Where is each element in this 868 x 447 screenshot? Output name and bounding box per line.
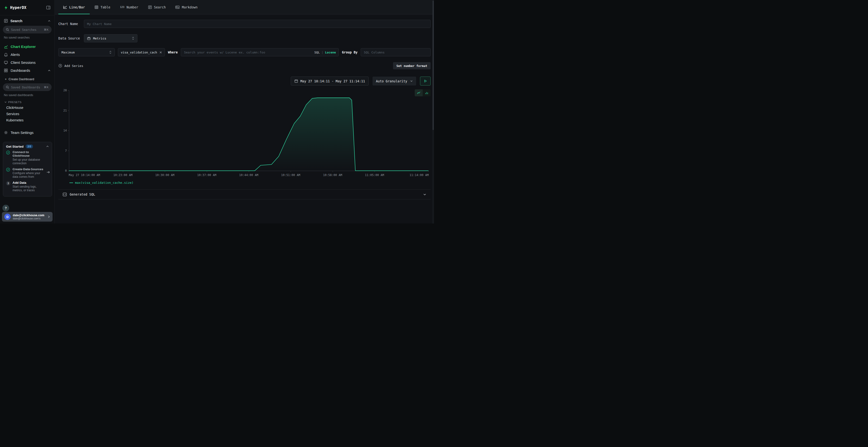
user-menu[interactable]: D dale@clickhouse.com dale@clickhouse.co…	[2, 212, 53, 221]
sidebar-item-client-sessions[interactable]: Client Sessions	[0, 59, 55, 66]
aggregation-value: Maximum	[61, 50, 107, 54]
preset-clickhouse[interactable]: ClickHouse	[0, 105, 55, 111]
calendar-icon	[294, 79, 298, 83]
presets-toggle[interactable]: PRESETS	[0, 98, 55, 105]
sidebar-item-alerts[interactable]: Alerts	[0, 50, 55, 59]
plus-icon: +	[5, 77, 7, 81]
svg-text:May 27 10:14:00 AM: May 27 10:14:00 AM	[69, 173, 100, 177]
search-icon	[6, 28, 9, 31]
granularity-select[interactable]: Auto Granularity	[373, 77, 416, 85]
legend-series-label: max(visa_validation_cache.size)	[75, 181, 133, 184]
tab-table[interactable]: Table	[90, 0, 115, 14]
tab-markdown[interactable]: Markdown	[170, 0, 202, 14]
saved-dashboards-search[interactable]: ⌘K	[3, 83, 52, 91]
search-section-header[interactable]: Search	[0, 15, 55, 25]
add-series-label: Add Series	[64, 64, 83, 68]
app-logo[interactable]: HyperDX	[4, 5, 26, 10]
saved-dashboards-kbd: ⌘K	[44, 86, 49, 89]
saved-searches-search[interactable]: ⌘K	[3, 26, 52, 33]
language-sql-option[interactable]: SQL	[314, 50, 320, 54]
tab-search[interactable]: Search	[143, 0, 171, 14]
dashboards-grid-icon	[4, 68, 8, 72]
chart-explorer-form: Chart Name Data Source Metrics Maximum	[55, 14, 434, 199]
sidebar-item-dashboards[interactable]: Dashboards	[0, 66, 55, 74]
svg-text:10:30:00 AM: 10:30:00 AM	[155, 173, 174, 177]
collapse-sidebar-icon[interactable]	[46, 5, 51, 10]
create-dashboard-button[interactable]: + Create Dashboard	[0, 74, 55, 83]
svg-text:10:37:00 AM: 10:37:00 AM	[197, 173, 216, 177]
get-started-progress-badge: 2/3	[26, 144, 33, 148]
get-started-chevron-up-icon[interactable]	[46, 145, 49, 148]
step-title: Add Data	[12, 181, 45, 184]
user-subtitle: dale@clickhouse.com's	[13, 217, 45, 220]
presets-chevron-down-icon	[4, 101, 7, 103]
svg-text:11:05:00 AM: 11:05:00 AM	[365, 173, 384, 177]
query-language-toggle: SQL | Lucene	[314, 48, 336, 56]
page-scrollbar[interactable]	[432, 0, 434, 224]
generated-sql-toggle[interactable]: Generated SQL	[58, 189, 431, 199]
add-series-plus-icon	[58, 64, 62, 68]
metric-line-chart[interactable]: 07142128May 27 10:14:00 AM10:23:00 AM10:…	[58, 89, 431, 180]
preset-services[interactable]: Services	[0, 111, 55, 117]
step-desc: Set up your database connection	[12, 158, 45, 165]
get-started-card: Get Started 2/3 Connect to ClickHouse Se…	[3, 142, 52, 197]
group-by-label: Group By	[342, 50, 358, 54]
metric-tag-label: visa_validation_cach	[121, 50, 157, 54]
preset-kubernetes[interactable]: Kubernetes	[0, 117, 55, 123]
create-dashboard-label: Create Dashboard	[9, 77, 34, 81]
svg-text:11:14:00 AM: 11:14:00 AM	[410, 173, 429, 177]
group-by-input[interactable]	[361, 48, 431, 56]
set-number-format-button[interactable]: Set number format	[393, 62, 431, 69]
avatar: D	[4, 214, 10, 220]
get-started-step-connect[interactable]: Connect to ClickHouse Set up your databa…	[6, 150, 49, 165]
svg-text:21: 21	[63, 109, 67, 112]
sidebar-item-label: Dashboards	[10, 68, 45, 72]
sidebar-item-chart-explorer[interactable]: Chart Explorer	[0, 43, 55, 50]
user-chevron-right-icon	[48, 215, 50, 218]
help-button[interactable]: ?	[2, 205, 9, 211]
sidebar-item-team-settings[interactable]: Team Settings	[0, 129, 55, 137]
bar-chart-toggle-icon[interactable]	[423, 89, 431, 96]
chart-name-input[interactable]	[84, 20, 431, 28]
tab-label: Line/Bar	[69, 5, 85, 9]
saved-searches-input[interactable]	[11, 28, 42, 32]
tab-label: Number	[127, 5, 138, 9]
aggregation-select[interactable]: Maximum	[58, 48, 115, 56]
where-label: Where	[168, 50, 178, 54]
svg-text:10:23:00 AM: 10:23:00 AM	[113, 173, 132, 177]
step-desc: Configure where your data comes from	[12, 171, 45, 179]
line-chart-toggle-icon[interactable]	[415, 89, 423, 96]
close-icon[interactable]	[159, 51, 162, 54]
sidebar-item-label: Chart Explorer	[10, 44, 36, 49]
search-section-label: Search	[10, 19, 23, 23]
date-range-picker[interactable]: May 27 10:14:11 - May 27 11:14:11	[291, 77, 369, 85]
get-started-step-add-data[interactable]: 3 Add Data Start sending logs, metrics, …	[6, 181, 49, 192]
tab-line-bar[interactable]: Line/Bar	[58, 0, 90, 14]
metric-tag[interactable]: visa_validation_cach	[118, 48, 165, 56]
svg-text:28: 28	[63, 89, 67, 92]
get-started-step-sources[interactable]: Create Data Sources Configure where your…	[6, 167, 49, 179]
chart-legend[interactable]: max(visa_validation_cache.size)	[69, 181, 431, 184]
language-divider: |	[321, 50, 323, 54]
search-section-chevron-up-icon[interactable]	[48, 20, 51, 23]
data-source-select[interactable]: Metrics	[84, 34, 137, 42]
svg-text:10:44:00 AM: 10:44:00 AM	[239, 173, 258, 177]
sidebar-header: HyperDX	[0, 0, 55, 15]
get-started-title: Get Started	[6, 145, 24, 148]
page-scrollbar-thumb[interactable]	[433, 0, 434, 130]
dashboards-chevron-up-icon[interactable]	[48, 69, 51, 72]
run-query-button[interactable]	[420, 77, 431, 85]
sidebar-item-label: Team Settings	[10, 131, 33, 135]
step-desc: Start sending logs, metrics, or traces	[12, 185, 45, 192]
data-source-icon	[87, 37, 91, 40]
data-source-label: Data Source	[58, 36, 84, 40]
saved-dashboards-input[interactable]	[11, 85, 42, 89]
check-circle-icon	[6, 167, 10, 179]
search-tab-icon	[148, 5, 152, 9]
tab-number[interactable]: 123 Number	[115, 0, 143, 14]
language-lucene-option[interactable]: Lucene	[325, 50, 336, 54]
add-series-button[interactable]: Add Series	[58, 64, 83, 68]
granularity-value: Auto Granularity	[376, 79, 407, 83]
where-search: SQL | Lucene	[181, 48, 339, 56]
no-saved-dashboards-text: No saved dashboards	[0, 91, 55, 98]
